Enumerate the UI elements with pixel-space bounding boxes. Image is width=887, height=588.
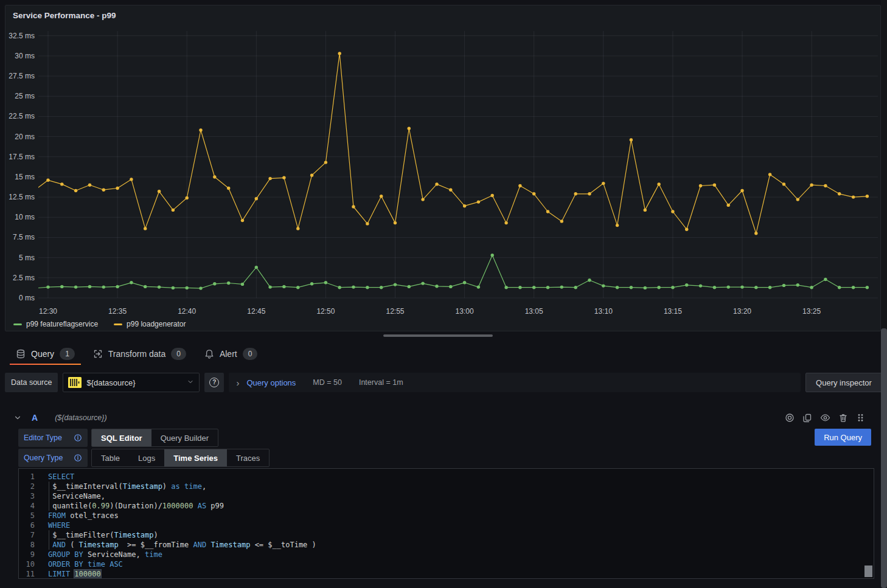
data-point [130,281,133,284]
timeseries-chart[interactable]: 0 ms2.5 ms5 ms7.5 ms10 ms12.5 ms15 ms17.… [5,24,882,322]
legend-series-dash [114,323,122,325]
code-line[interactable]: 7 $__timeFilter(Timestamp) [19,530,874,540]
series-p99-featureflagservice [34,254,869,290]
delete-query-trash-icon[interactable] [838,413,848,423]
editor-type-radio-group: SQL EditorQuery Builder [91,429,218,447]
data-point [282,176,285,179]
editor-scrollbar-thumb[interactable] [864,566,872,577]
data-point [560,285,563,288]
code-token: 0.99 [92,502,110,510]
code-line[interactable]: 6WHERE [19,521,874,530]
data-point [644,286,647,289]
code-token: AS [198,502,206,510]
data-point [408,127,411,130]
duplicate-query-icon[interactable] [802,413,812,423]
data-point [477,285,480,288]
code-line[interactable]: 11LIMIT 100000 [19,569,874,579]
data-point [172,209,175,212]
data-point [130,178,133,181]
code-token: time [145,550,162,559]
code-line[interactable]: 2 $__timeInterval(Timestamp) as time, [19,482,874,491]
query-actions [785,413,865,423]
datasource-picker[interactable]: ${datasource} [63,373,200,392]
legend-item-p99-loadgenerator[interactable]: p99 loadgenerator [114,320,186,328]
collapse-query-chevron-icon[interactable] [13,413,22,422]
data-point [740,285,743,288]
query-type-row: Query Type TableLogsTime SeriesTraces [18,449,270,467]
indent-guide [49,540,49,550]
data-point [268,177,271,180]
horizontal-scrollbar-thumb[interactable] [383,334,493,337]
database-icon [16,349,26,359]
legend-item-p99-featureflagservice[interactable]: p99 featureflagservice [13,320,98,328]
query-type-option-logs[interactable]: Logs [129,449,164,466]
code-token: ServiceName, [48,492,105,500]
info-icon[interactable] [74,454,82,462]
record-query-icon[interactable] [785,413,795,423]
page-scrollbar-track[interactable] [881,0,887,588]
data-point [866,195,869,198]
data-point [491,254,494,257]
code-line[interactable]: 9GROUP BY ServiceName, time [19,550,874,559]
code-line[interactable]: 4 quantile(0.99)(Duration)/1000000 AS p9… [19,501,874,511]
code-token: WHERE [48,521,70,530]
tab-query[interactable]: Query1 [9,343,82,365]
tab-label: Alert [220,349,237,359]
tab-alert[interactable]: Alert0 [197,343,265,365]
code-line[interactable]: 10ORDER BY time ASC [19,559,874,569]
code-token: GROUP BY [48,550,83,559]
tab-count-badge: 1 [60,348,75,360]
data-point [588,192,591,195]
x-axis-tick-label: 12:30 [39,307,57,316]
x-axis-tick-label: 13:15 [664,307,682,316]
tab-transform-data[interactable]: Transform data0 [86,343,193,365]
data-point [532,192,535,195]
data-point [504,286,507,289]
data-point [810,286,813,289]
code-line[interactable]: 1SELECT [19,472,874,482]
code-token: AND [193,541,206,549]
page-scrollbar-thumb[interactable] [881,328,887,588]
datasource-help-button[interactable]: ? [204,373,224,392]
data-point [74,189,77,192]
query-ref-id[interactable]: A [32,413,38,423]
code-token: ServiceName, [83,550,145,559]
code-token: )(Duration)/ [110,502,162,510]
y-axis-tick-label: 2.5 ms [13,274,35,282]
hide-query-eye-icon[interactable] [820,413,830,423]
code-line[interactable]: 8 AND ( Timestamp >= $__fromTime AND Tim… [19,540,874,550]
y-axis-tick-label: 15 ms [15,173,35,181]
data-point [630,138,633,141]
data-point [630,286,633,289]
x-axis-tick-label: 13:05 [525,307,543,316]
datasource-label: Data source [5,373,58,392]
sql-code-editor[interactable]: 1SELECT2 $__timeInterval(Timestamp) as t… [18,468,874,579]
data-point [352,285,355,288]
info-icon[interactable] [74,434,82,442]
editor-type-option-sql-editor[interactable]: SQL Editor [92,429,151,446]
x-axis-tick-label: 12:35 [108,307,127,316]
data-point [616,224,619,227]
data-point [602,182,605,185]
editor-type-option-query-builder[interactable]: Query Builder [151,429,218,446]
data-point [824,184,827,187]
query-type-option-table[interactable]: Table [92,449,129,466]
query-type-option-time-series[interactable]: Time Series [164,449,227,466]
data-point [435,285,438,288]
x-axis-tick-label: 13:20 [733,307,751,316]
query-type-option-traces[interactable]: Traces [227,449,269,466]
code-line[interactable]: 5FROM otel_traces [19,511,874,521]
chevron-right-icon[interactable]: › [236,378,239,388]
panel-editor-tabbar: Query1Transform data0Alert0 [5,343,265,365]
code-line[interactable]: 3 ServiceName, [19,491,874,501]
query-options-toggle[interactable]: Query options [246,378,296,387]
drag-handle-icon[interactable] [856,413,865,423]
data-point [657,286,660,289]
data-point [421,198,424,201]
data-point [491,194,494,197]
query-inspector-button[interactable]: Query inspector [805,373,882,392]
tab-count-badge: 0 [171,348,186,360]
data-point [213,175,216,178]
run-query-button[interactable]: Run Query [815,429,871,446]
data-point [366,222,369,225]
